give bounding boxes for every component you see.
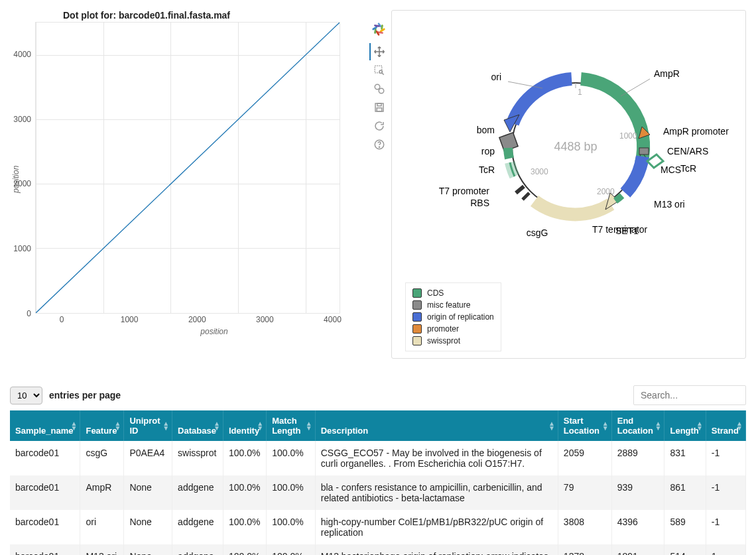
col-end[interactable]: End Location▲▼ — [611, 410, 664, 441]
col-identity[interactable]: Identity▲▼ — [223, 410, 266, 441]
y-ticks: 0 1000 2000 3000 4000 — [21, 22, 35, 314]
label-csgg: csgG — [526, 227, 548, 238]
col-db[interactable]: Database▲▼ — [172, 410, 223, 441]
pan-tool-icon[interactable] — [369, 43, 388, 60]
feature-rop[interactable] — [508, 148, 509, 158]
feature-rbs[interactable] — [523, 193, 529, 200]
col-length[interactable]: Length▲▼ — [664, 410, 706, 441]
box-zoom-tool-icon[interactable] — [369, 62, 388, 79]
label-mcs: MCS — [661, 164, 681, 175]
entries-per-page-select[interactable]: 10 — [10, 387, 42, 404]
features-table: Sample_name▲▼ Feature▲▼ Uniprot ID▲▼ Dat… — [10, 410, 746, 555]
feature-cen-ars[interactable] — [639, 148, 649, 154]
svg-point-2 — [379, 70, 383, 74]
plot-toolbar — [367, 22, 388, 336]
svg-line-0 — [36, 23, 340, 313]
label-ampr-promoter: AmpR promoter — [663, 126, 729, 137]
col-start[interactable]: Start Location▲▼ — [558, 410, 611, 441]
col-feature[interactable]: Feature▲▼ — [80, 410, 124, 441]
bokeh-logo-icon[interactable] — [371, 22, 386, 36]
plasmid-map-panel: 4488 bp — [391, 10, 746, 359]
table-controls: 10 entries per page — [10, 385, 746, 405]
dot-plot-panel: Dot plot for: barcode01.final.fasta.maf … — [10, 10, 388, 359]
entries-label: entries per page — [49, 390, 121, 401]
feature-arc-csgg[interactable] — [535, 201, 611, 214]
label-ori: ori — [491, 72, 501, 82]
svg-point-9 — [379, 147, 379, 147]
table-row[interactable]: barcode01csgGP0AEA4swissprot100.0%100.0%… — [10, 441, 746, 475]
reset-tool-icon[interactable] — [369, 117, 388, 135]
label-m13: M13 ori — [654, 199, 685, 210]
search-input[interactable] — [633, 385, 746, 405]
label-t7-promoter: T7 promoter — [438, 186, 489, 196]
feature-arc-ori[interactable] — [513, 79, 572, 123]
x-ticks: 0 1000 2000 3000 4000 — [62, 314, 367, 326]
legend-swatch-ori — [412, 312, 422, 322]
label-rbs: RBS — [470, 198, 489, 208]
col-uniprot[interactable]: Uniprot ID▲▼ — [124, 410, 172, 441]
svg-text:1: 1 — [578, 88, 582, 97]
svg-text:3000: 3000 — [531, 167, 548, 176]
x-axis-label: position — [62, 327, 367, 336]
label-tcr-right: TcR — [680, 163, 696, 174]
svg-text:1000: 1000 — [619, 131, 637, 141]
svg-rect-1 — [375, 66, 382, 73]
plasmid-size-label: 4488 bp — [554, 140, 597, 153]
feature-set1[interactable] — [615, 196, 622, 201]
col-sample[interactable]: Sample_name▲▼ — [10, 410, 80, 441]
legend-swatch-swissprot — [412, 336, 422, 345]
svg-line-17 — [621, 79, 650, 96]
legend-swatch-cds — [412, 288, 422, 298]
col-strand[interactable]: Strand▲▼ — [706, 410, 745, 441]
label-bom: bom — [476, 125, 494, 135]
label-rop: rop — [481, 146, 494, 156]
label-cen-ars: CEN/ARS — [667, 146, 708, 156]
help-tool-icon[interactable] — [369, 136, 388, 153]
feature-t7-promoter[interactable] — [516, 186, 524, 193]
label-set1: SET1 — [615, 225, 639, 236]
table-row[interactable]: barcode01oriNoneaddgene100.0%100.0%high-… — [10, 510, 746, 544]
wheel-zoom-tool-icon[interactable] — [369, 80, 388, 97]
col-desc[interactable]: Description▲▼ — [315, 410, 558, 441]
label-tcr-left: TcR — [478, 164, 494, 175]
table-row[interactable]: barcode01M13 oriNoneaddgene100.0%100.0%M… — [10, 544, 746, 555]
svg-text:2000: 2000 — [597, 187, 615, 196]
col-match[interactable]: Match Length▲▼ — [267, 410, 316, 441]
save-tool-icon[interactable] — [369, 99, 388, 116]
table-row[interactable]: barcode01AmpRNoneaddgene100.0%100.0%bla … — [10, 475, 746, 510]
plot-title: Dot plot for: barcode01.final.fasta.maf — [63, 10, 388, 21]
legend-swatch-promoter — [412, 324, 422, 334]
feature-arc-m13[interactable] — [625, 156, 643, 193]
label-ampr: AmpR — [654, 68, 680, 79]
svg-rect-7 — [377, 108, 382, 111]
plot-canvas[interactable] — [35, 22, 340, 314]
plasmid-legend: CDS misc feature origin of replication p… — [405, 282, 501, 351]
svg-rect-6 — [377, 103, 381, 106]
legend-swatch-misc — [412, 300, 422, 310]
plasmid-map[interactable]: 4488 bp — [403, 24, 735, 276]
